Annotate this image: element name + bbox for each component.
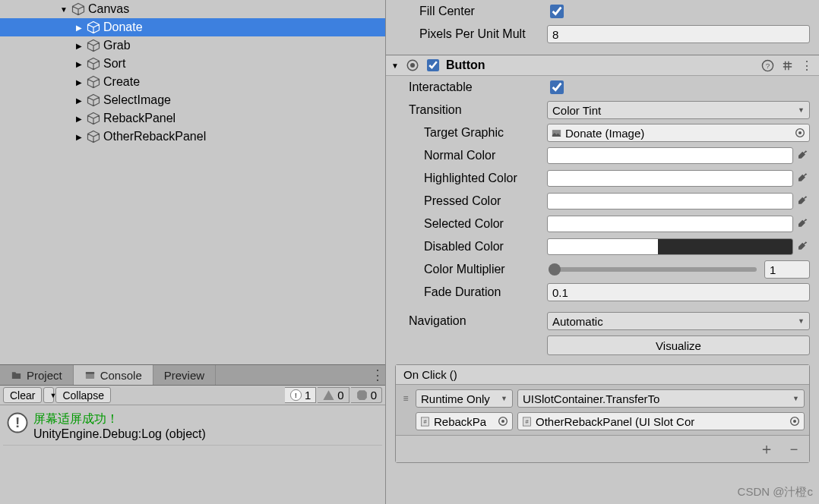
- disabled-color-swatch[interactable]: [547, 238, 793, 255]
- hierarchy-item-canvas[interactable]: Canvas: [0, 0, 385, 18]
- target-graphic-label: Target Graphic: [395, 126, 547, 140]
- highlighted-color-swatch[interactable]: [547, 170, 793, 187]
- tab-preview[interactable]: Preview: [153, 365, 216, 385]
- interactable-checkbox[interactable]: [550, 80, 564, 94]
- call-state-value: Runtime Only: [421, 392, 490, 405]
- component-menu-icon[interactable]: ⋮: [799, 58, 814, 73]
- info-count-toggle[interactable]: ! 1: [285, 387, 316, 403]
- warn-count-toggle[interactable]: 0: [318, 387, 349, 403]
- target-object-field[interactable]: # RebackPa: [416, 412, 513, 430]
- log-entry[interactable]: ! 屏幕适屏成功！ UnityEngine.Debug:Log (object): [3, 408, 382, 446]
- help-icon[interactable]: ?: [760, 58, 775, 73]
- ppum-input[interactable]: [547, 25, 810, 43]
- drag-handle-icon[interactable]: ≡: [400, 395, 411, 402]
- preset-icon[interactable]: [779, 58, 795, 73]
- hierarchy-item-otherrebackpanel[interactable]: OtherRebackPanel: [0, 128, 385, 146]
- gameobject-icon: [87, 93, 100, 107]
- remove-event-button[interactable]: －: [786, 439, 802, 459]
- pressed-color-label: Pressed Color: [395, 194, 547, 208]
- svg-point-15: [501, 420, 504, 423]
- component-icon: [406, 58, 419, 72]
- argument-value: OtherRebackPanel (UI Slot Cor: [536, 415, 694, 428]
- tab-project[interactable]: Project: [0, 365, 74, 385]
- fade-duration-input[interactable]: [547, 283, 810, 301]
- foldout-icon[interactable]: [73, 24, 85, 32]
- foldout-icon[interactable]: [389, 61, 401, 70]
- hierarchy-item-create[interactable]: Create: [0, 73, 385, 91]
- button-component-header[interactable]: Button ? ⋮: [386, 55, 819, 76]
- svg-point-6: [410, 63, 415, 68]
- tab-label: Console: [100, 369, 142, 382]
- info-icon: !: [6, 411, 29, 434]
- collapse-button[interactable]: Collapse: [55, 387, 110, 403]
- hierarchy-item-rebackpanel[interactable]: RebackPanel: [0, 109, 385, 128]
- call-state-dropdown[interactable]: Runtime Only: [416, 389, 513, 408]
- eyedropper-icon[interactable]: [796, 194, 810, 208]
- object-picker-icon[interactable]: [794, 127, 806, 139]
- svg-point-19: [793, 420, 796, 423]
- function-value: UISlotContainer.TransferTo: [523, 392, 659, 405]
- collapse-label: Collapse: [62, 389, 103, 402]
- foldout-icon[interactable]: [73, 60, 85, 68]
- normal-color-swatch[interactable]: [547, 147, 793, 164]
- hierarchy-item-selectimage[interactable]: SelectImage: [0, 91, 385, 109]
- component-title: Button: [446, 58, 485, 72]
- disabled-color-label: Disabled Color: [395, 240, 547, 254]
- foldout-icon[interactable]: [73, 96, 85, 105]
- log-line2: UnityEngine.Debug:Log (object): [33, 427, 206, 440]
- foldout-icon[interactable]: [58, 5, 70, 14]
- warn-count: 0: [337, 389, 343, 402]
- eyedropper-icon[interactable]: [796, 172, 810, 185]
- error-count: 0: [371, 389, 377, 402]
- interactable-label: Interactable: [395, 80, 547, 94]
- transition-dropdown[interactable]: Color Tint: [547, 101, 810, 119]
- foldout-icon[interactable]: [73, 42, 85, 50]
- color-multiplier-slider[interactable]: [549, 267, 757, 272]
- image-icon: [551, 128, 562, 139]
- svg-text:?: ?: [765, 61, 770, 70]
- selected-color-swatch[interactable]: [547, 216, 793, 232]
- log-text: 屏幕适屏成功！ UnityEngine.Debug:Log (object): [33, 411, 206, 442]
- navigation-label: Navigation: [395, 314, 547, 328]
- tab-console[interactable]: Console: [74, 365, 153, 385]
- foldout-icon[interactable]: [73, 133, 85, 141]
- log-line1: 屏幕适屏成功！: [33, 412, 119, 425]
- hierarchy-item-donate[interactable]: Donate: [0, 18, 385, 36]
- visualize-label: Visualize: [656, 339, 701, 352]
- gameobject-icon: [87, 75, 100, 89]
- gameobject-icon: [71, 2, 85, 16]
- hierarchy-item-label: SelectImage: [103, 93, 171, 107]
- console-body: ! 屏幕适屏成功！ UnityEngine.Debug:Log (object): [0, 405, 385, 504]
- hierarchy-item-grab[interactable]: Grab: [0, 36, 385, 55]
- error-count-toggle[interactable]: 0: [351, 387, 382, 403]
- ppum-label: Pixels Per Unit Mult: [395, 27, 547, 41]
- argument-object-field[interactable]: # OtherRebackPanel (UI Slot Cor: [517, 412, 805, 430]
- visualize-button[interactable]: Visualize: [547, 335, 810, 355]
- add-event-button[interactable]: ＋: [759, 439, 774, 459]
- fill-center-checkbox[interactable]: [550, 5, 564, 18]
- component-enable-checkbox[interactable]: [427, 59, 439, 71]
- normal-color-label: Normal Color: [395, 149, 547, 162]
- script-icon: #: [419, 416, 431, 427]
- eyedropper-icon[interactable]: [796, 149, 810, 162]
- foldout-icon[interactable]: [73, 78, 85, 87]
- function-dropdown[interactable]: UISlotContainer.TransferTo: [517, 389, 805, 408]
- color-multiplier-label: Color Multiplier: [395, 263, 547, 276]
- eyedropper-icon[interactable]: [796, 217, 810, 231]
- hierarchy-item-sort[interactable]: Sort: [0, 55, 385, 73]
- eyedropper-icon[interactable]: [796, 240, 810, 254]
- navigation-dropdown[interactable]: Automatic: [547, 312, 810, 330]
- target-graphic-field[interactable]: Donate (Image): [547, 124, 810, 142]
- hierarchy-item-label: Donate: [103, 20, 143, 34]
- clear-button[interactable]: Clear: [3, 387, 42, 403]
- fill-center-label: Fill Center: [395, 5, 547, 18]
- tab-label: Project: [27, 369, 62, 382]
- clear-dropdown[interactable]: [43, 387, 54, 403]
- console-icon: [84, 370, 96, 381]
- pressed-color-swatch[interactable]: [547, 193, 793, 209]
- tab-menu-icon[interactable]: ⋮: [370, 370, 385, 380]
- object-picker-icon[interactable]: [497, 415, 509, 427]
- color-multiplier-value[interactable]: [764, 260, 810, 279]
- foldout-icon[interactable]: [73, 115, 85, 123]
- object-picker-icon[interactable]: [789, 415, 801, 427]
